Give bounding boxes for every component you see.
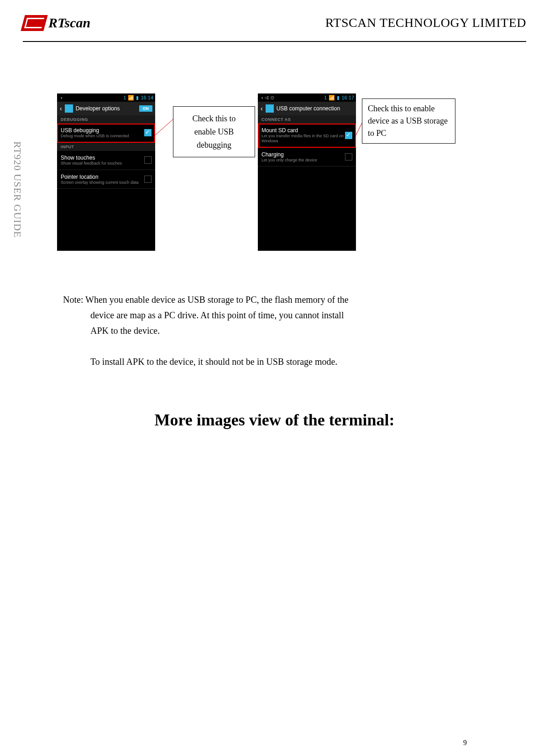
checkbox-checked-icon[interactable] [345, 132, 352, 139]
company-name: RTSCAN TECHNOLOGY LIMITED [325, 16, 526, 30]
logo-text: RTscan [48, 15, 90, 31]
screenshot-usb-connection: ▪ ⏿ ⚙ 1 📶 ▮ 16:17 ‹ USB computer connect… [258, 93, 356, 251]
clock: 16:17 [341, 95, 354, 100]
nav-title: USB computer connection [277, 105, 340, 112]
signal-num: 1 [123, 95, 126, 100]
callout-usb-storage: Check this to enable device as a USB sto… [362, 98, 455, 144]
row-charging[interactable]: Charging Let you only charge the device [258, 148, 356, 167]
sidebar-guide-label: RT920 USER GUIDE [11, 141, 23, 238]
page-number: 9 [463, 739, 467, 747]
signal-icon: 📶 [128, 95, 134, 101]
checkbox-checked-icon[interactable] [144, 129, 152, 136]
note-line: To install APK to the device, it should … [63, 354, 494, 369]
note-text: Note: When you enable device as USB stor… [63, 292, 494, 369]
toggle-on[interactable]: ON [139, 105, 153, 112]
row-pointer-location[interactable]: Pointer location Screen overlay showing … [57, 170, 155, 189]
checkbox-icon[interactable] [345, 153, 352, 161]
row-show-touches[interactable]: Show touches Show visual feedback for to… [57, 151, 155, 170]
nav-header[interactable]: ‹ Developer options ON [57, 102, 155, 115]
note-line: APK to the device. [63, 323, 494, 338]
battery-icon: ▮ [337, 95, 340, 101]
status-bar: ▪ 1 📶 ▮ 16:14 [57, 93, 155, 102]
section-debugging: DEBUGGING [57, 115, 155, 124]
note-line: device are map as a PC drive. At this po… [63, 307, 494, 323]
signal-icon: 📶 [329, 95, 335, 101]
section-connect-as: CONNECT AS [258, 115, 356, 124]
status-bar: ▪ ⏿ ⚙ 1 📶 ▮ 16:17 [258, 93, 356, 102]
photo-icon: ▪ [59, 95, 63, 100]
back-icon[interactable]: ‹ [261, 105, 263, 112]
checkbox-icon[interactable] [144, 176, 152, 183]
settings-icon [65, 104, 73, 113]
logo-icon [21, 15, 47, 31]
row-title: Pointer location [61, 174, 144, 180]
row-subtitle: Debug mode when USB is connected [61, 134, 144, 139]
clock: 16:14 [141, 95, 153, 100]
svg-line-0 [153, 119, 174, 137]
section-input: INPUT [57, 143, 155, 151]
row-usb-debugging[interactable]: USB debugging Debug mode when USB is con… [57, 124, 155, 143]
row-title: Show touches [61, 155, 144, 161]
note-line: Note: When you enable device as USB stor… [63, 292, 494, 307]
section-title: More images view of the terminal: [0, 410, 549, 430]
header-divider [23, 41, 526, 42]
logo: RTscan [23, 15, 90, 31]
page-header: RTscan RTSCAN TECHNOLOGY LIMITED [23, 9, 526, 36]
nav-header[interactable]: ‹ USB computer connection [258, 102, 356, 115]
screenshot-developer-options: ▪ 1 📶 ▮ 16:14 ‹ Developer options ON DEB… [57, 93, 155, 251]
row-subtitle: Let you transfer media files in the SD c… [261, 134, 345, 144]
settings-icon [266, 104, 274, 113]
notification-icons: ▪ ⏿ ⚙ [260, 95, 275, 100]
row-mount-sd-card[interactable]: Mount SD card Let you transfer media fil… [258, 124, 356, 148]
battery-icon: ▮ [136, 95, 139, 101]
row-title: Mount SD card [261, 127, 345, 134]
row-subtitle: Show visual feedback for touches [61, 161, 144, 166]
checkbox-icon[interactable] [144, 156, 152, 164]
row-subtitle: Let you only charge the device [261, 158, 345, 163]
row-title: Charging [261, 151, 345, 158]
nav-title: Developer options [76, 105, 120, 112]
signal-num: 1 [324, 95, 327, 100]
callout-usb-debugging: Check this to enable USB debugging [173, 106, 255, 157]
row-subtitle: Screen overlay showing current touch dat… [61, 180, 144, 185]
back-icon[interactable]: ‹ [60, 105, 62, 112]
callout-connector [153, 119, 174, 141]
row-title: USB debugging [61, 127, 144, 134]
